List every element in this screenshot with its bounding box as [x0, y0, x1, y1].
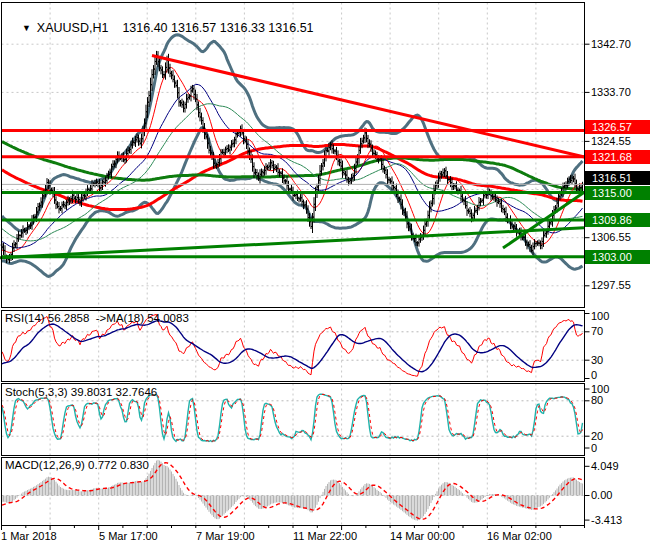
price-tag: 1321.68	[585, 150, 650, 164]
price-scale-label: 100	[591, 310, 609, 322]
price-scale-label: -3.413	[591, 514, 622, 526]
price-scale-label: 1297.55	[591, 279, 631, 291]
price-scale-label: 20	[591, 430, 603, 442]
chart-title: ▼XAUUSD,H11316.40 1316.57 1316.33 1316.5…	[8, 7, 314, 49]
ohlc-values: 1316.40 1316.57 1316.33 1316.51	[122, 21, 313, 35]
rsi-indicator-label: RSI(14) 56.2858 ->MA(18) 54.0083	[5, 312, 189, 324]
stoch-indicator-label: Stoch(5,3,3) 39.8031 32.7646	[5, 386, 157, 398]
price-tag: 1303.00	[585, 250, 650, 264]
price-tag: 1309.86	[585, 213, 650, 227]
price-scale-label: 70	[591, 325, 603, 337]
price-scale-label: 80	[591, 394, 603, 406]
time-axis-label: 14 Mar 00:00	[390, 530, 455, 542]
time-axis-label: 16 Mar 02:00	[487, 530, 552, 542]
price-scale-label: 1306.55	[591, 231, 631, 243]
time-axis-label: 1 Mar 2018	[1, 530, 57, 542]
price-scale-label: 0	[591, 442, 597, 454]
current-price-tag: 1316.51	[585, 171, 650, 185]
price-scale-label: 1324.55	[591, 135, 631, 147]
price-scale-label: 0	[591, 369, 597, 381]
chart-dropdown-icon[interactable]: ▼	[22, 23, 31, 33]
price-tag: 1315.00	[585, 186, 650, 200]
price-scale-label: 4.049	[591, 460, 619, 472]
price-tag: 1326.57	[585, 120, 650, 134]
price-scale-label: 0.00	[591, 489, 612, 501]
time-axis-label: 5 Mar 17:00	[99, 530, 158, 542]
time-axis-label: 11 Mar 22:00	[293, 530, 357, 542]
symbol-period-label: XAUUSD,H1	[37, 21, 109, 35]
price-scale-label: 100	[591, 383, 609, 395]
macd-indicator-label: MACD(12,26,9) 0.772 0.830	[5, 459, 149, 471]
price-scale-label: 1333.70	[591, 86, 631, 98]
trading-terminal-window: ▼XAUUSD,H11316.40 1316.57 1316.33 1316.5…	[0, 0, 650, 550]
moving-averages	[2, 68, 583, 253]
price-scale-label: 1342.70	[591, 38, 631, 50]
grid-lines	[2, 3, 585, 526]
stoch-series	[2, 394, 583, 442]
price-scale-label: 30	[591, 354, 603, 366]
time-axis-label: 7 Mar 19:00	[196, 530, 255, 542]
